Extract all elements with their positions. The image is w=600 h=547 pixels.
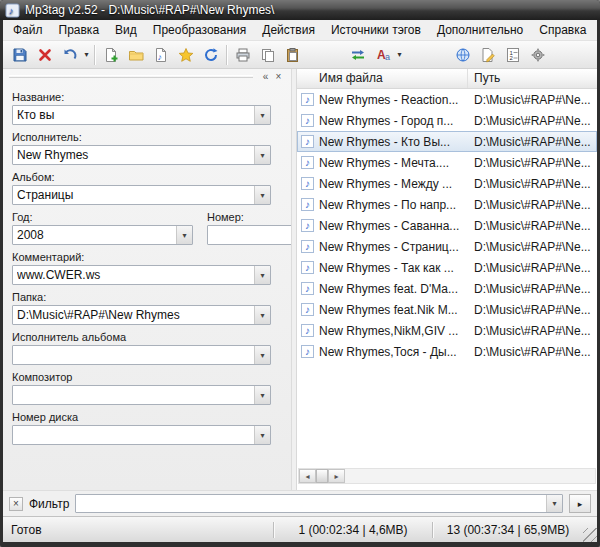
table-row[interactable]: New Rhymes - Reaction... D:\Music\#RAP#\… [297, 89, 597, 110]
table-row[interactable]: New Rhymes - Саванна... D:\Music\#RAP#\N… [297, 215, 597, 236]
filter-input[interactable] [76, 495, 546, 512]
folder-combo[interactable] [12, 305, 271, 325]
artist-combo[interactable] [12, 145, 271, 165]
table-row[interactable]: New Rhymes,NikM,GIV ... D:\Music\#RAP#\N… [297, 320, 597, 341]
scrollbar-track[interactable] [345, 469, 595, 483]
undo-button[interactable] [57, 43, 82, 67]
scroll-left-icon[interactable] [299, 469, 316, 483]
filter-label: Фильтр [29, 497, 69, 511]
album-input[interactable] [13, 186, 254, 204]
chevron-down-icon[interactable] [254, 266, 270, 284]
track-input[interactable] [208, 226, 292, 244]
scroll-right-icon[interactable] [328, 469, 345, 483]
menu-actions[interactable]: Действия [254, 20, 323, 40]
filter-apply-button[interactable] [569, 494, 591, 513]
scrollbar-thumb[interactable] [316, 469, 328, 483]
menu-tools[interactable]: Дополнительно [429, 20, 531, 40]
menu-convert[interactable]: Преобразования [145, 20, 255, 40]
chevron-down-icon[interactable] [254, 146, 270, 164]
swap-arrows-icon [350, 47, 366, 63]
resize-grip[interactable] [583, 528, 597, 542]
menu-help[interactable]: Справка [531, 20, 594, 40]
menu-view[interactable]: Вид [107, 20, 145, 40]
albumartist-combo[interactable] [12, 345, 271, 365]
playlist-button[interactable]: ♪ [148, 43, 173, 67]
letter-a-icon: Aa [375, 47, 391, 63]
copy-button[interactable] [255, 43, 280, 67]
folder-input[interactable] [13, 306, 254, 324]
disc-combo[interactable] [12, 425, 271, 445]
music-note-icon [301, 177, 314, 190]
refresh-button[interactable] [198, 43, 223, 67]
save-tag-button[interactable] [7, 43, 32, 67]
comment-combo[interactable] [12, 265, 271, 285]
disc-field-label: Номер диска [12, 411, 271, 423]
case-actions-button[interactable]: Aa [370, 43, 395, 67]
filter-close-icon[interactable] [9, 497, 23, 511]
title-combo[interactable] [12, 105, 271, 125]
chevron-down-icon[interactable] [176, 226, 192, 244]
menu-edit[interactable]: Правка [51, 20, 108, 40]
chevron-down-icon[interactable] [254, 346, 270, 364]
web-sources-button[interactable] [450, 43, 475, 67]
table-row-selected[interactable]: New Rhymes - Кто Вы... D:\Music\#RAP#\Ne… [297, 131, 597, 152]
case-dropdown-caret-icon[interactable] [395, 43, 404, 67]
albumartist-input[interactable] [13, 346, 254, 364]
chevron-down-icon[interactable] [254, 106, 270, 124]
panel-close-icon[interactable] [272, 71, 285, 83]
column-header-filename[interactable]: Имя файла [297, 69, 468, 88]
chevron-down-icon[interactable] [254, 426, 270, 444]
chevron-down-icon[interactable] [254, 306, 270, 324]
title-input[interactable] [13, 106, 254, 124]
print-button[interactable] [230, 43, 255, 67]
chevron-down-icon[interactable] [546, 495, 562, 512]
artist-input[interactable] [13, 146, 254, 164]
chevron-down-icon[interactable] [254, 386, 270, 404]
tracknumber-wizard-button[interactable]: 12 [500, 43, 525, 67]
table-row[interactable]: New Rhymes - Между ... D:\Music\#RAP#\Ne… [297, 173, 597, 194]
globe-icon [455, 47, 471, 63]
favorites-button[interactable] [173, 43, 198, 67]
add-playlist-button[interactable] [98, 43, 123, 67]
extended-tags-button[interactable] [475, 43, 500, 67]
convert-button[interactable] [345, 43, 370, 67]
table-row[interactable]: New Rhymes - Город п... D:\Music\#RAP#\N… [297, 110, 597, 131]
music-note-icon [301, 135, 314, 148]
horizontal-scrollbar[interactable] [298, 468, 596, 484]
file-name: New Rhymes - По напр... [319, 198, 456, 212]
table-row[interactable]: New Rhymes - Страниц... D:\Music\#RAP#\N… [297, 236, 597, 257]
table-row[interactable]: New Rhymes - Мечта.... D:\Music\#RAP#\Ne… [297, 152, 597, 173]
album-combo[interactable] [12, 185, 271, 205]
options-button[interactable] [525, 43, 550, 67]
panel-collapse-icon[interactable] [259, 71, 272, 83]
undo-dropdown-caret-icon[interactable] [82, 43, 91, 67]
table-row[interactable]: New Rhymes,Тося - Ды... D:\Music\#RAP#\N… [297, 341, 597, 362]
year-input[interactable] [13, 226, 176, 244]
table-row[interactable]: New Rhymes feat. D'Ma... D:\Music\#RAP#\… [297, 278, 597, 299]
panel-grip[interactable] [9, 75, 253, 78]
table-row[interactable]: New Rhymes - Так как ... D:\Music\#RAP#\… [297, 257, 597, 278]
change-directory-button[interactable] [123, 43, 148, 67]
table-row[interactable]: New Rhymes - По напр... D:\Music\#RAP#\N… [297, 194, 597, 215]
remove-tag-button[interactable] [32, 43, 57, 67]
app-icon: ♪ [5, 3, 20, 18]
column-header-path[interactable]: Путь [468, 69, 597, 88]
title-bar[interactable]: ♪ Mp3tag v2.52 - D:\Music\#RAP#\New Rhym… [0, 0, 600, 20]
composer-combo[interactable] [12, 385, 271, 405]
page-note-icon: ♪ [153, 47, 169, 63]
composer-input[interactable] [13, 386, 254, 404]
file-name: New Rhymes - Город п... [319, 114, 453, 128]
printer-icon [235, 47, 251, 63]
comment-input[interactable] [13, 266, 254, 284]
paste-button[interactable] [280, 43, 305, 67]
filter-combo[interactable] [75, 494, 563, 513]
chevron-down-icon[interactable] [254, 186, 270, 204]
table-row[interactable]: New Rhymes feat.Nik M... D:\Music\#RAP#\… [297, 299, 597, 320]
menu-tag-sources[interactable]: Источники тэгов [323, 20, 429, 40]
disc-input[interactable] [13, 426, 254, 444]
music-note-icon [301, 240, 314, 253]
track-combo[interactable] [207, 225, 292, 245]
menu-file[interactable]: Файл [5, 20, 51, 40]
year-combo[interactable] [12, 225, 193, 245]
clipboard-icon [285, 47, 301, 63]
